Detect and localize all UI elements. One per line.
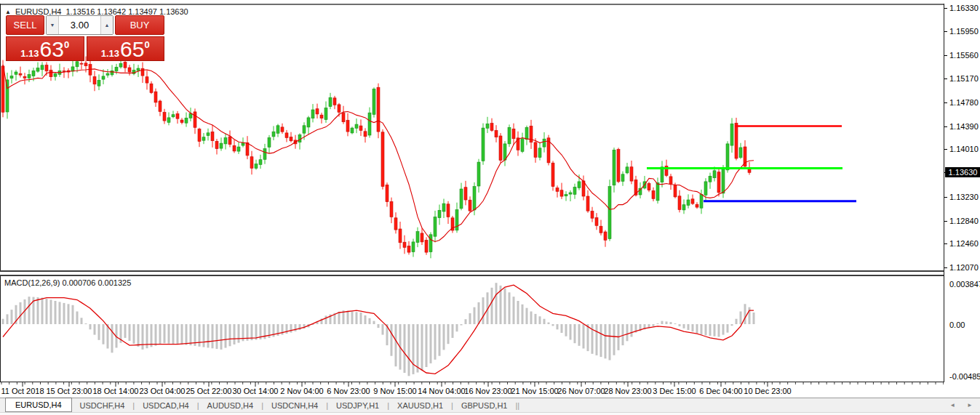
status-bar [0,412,980,415]
time-axis-label: 21 Nov 15:00 [511,387,558,395]
one-click-trading-panel: SELL ▼ 3.00 ▲ BUY 1.13 63 0 1.13 65 0 [6,15,164,61]
price-axis-tick [944,102,947,103]
time-axis-label: 2 Nov 04:00 [280,387,323,395]
price-axis-label: 1.14010 [949,145,979,153]
time-axis-label: 3 Dec 15:00 [653,387,696,395]
price-axis-tick [944,267,947,268]
volume-decrease-button[interactable]: ▼ [47,16,59,34]
symbol-tab-gbpusd[interactable]: GBPUSD,H1 [453,398,516,412]
symbol-tab-usdcad[interactable]: USDCAD,H4 [135,398,197,412]
time-axis-label: 11 Oct 2018 [1,387,44,395]
terminal-window: ▲ EURUSD,H4 1.13516 1.13642 1.13497 1.13… [0,0,980,415]
time-axis-label: 14 Nov 04:00 [418,387,465,395]
symbol-tab-eurusd[interactable]: EURUSD,H4 [5,398,72,412]
price-axis-label: 1.13230 [949,193,979,201]
price-axis-label: 1.15170 [949,74,979,83]
price-axis-tick [944,149,947,150]
macd-indicator-label: MACD(12,26,9) 0.000706 0.001325 [4,278,131,287]
price-axis-label: 1.16330 [949,4,979,12]
price-axis-tick [944,78,947,79]
price-axis-label: 1.12840 [949,217,979,225]
candles-layer [1,55,856,259]
time-axis-label: 25 Oct 22:00 [186,387,232,395]
price-axis: 1.163301.159501.155601.151701.147801.143… [944,4,980,382]
price-axis-tick [944,126,947,127]
time-axis-label: 6 Dec 04:00 [699,387,742,395]
sell-price-sup: 0 [64,39,69,50]
price-axis-tick [944,55,947,56]
price-axis-label: 1.15950 [949,27,979,36]
volume-stepper: ▼ 3.00 ▲ [46,15,113,35]
buy-price-main: 65 [120,40,144,59]
macd-chart-canvas[interactable] [0,275,944,382]
symbol-tab-xauusd[interactable]: XAUUSD,H1 [389,398,451,412]
price-axis-label: 1.12070 [949,263,979,272]
buy-price-sup: 0 [144,39,149,50]
price-axis-tick [944,197,947,198]
time-axis-label: 10 Dec 23:00 [744,387,791,395]
symbol-tab-bar: EURUSD,H4USDCHF,H4|USDCAD,H4|AUDUSD,H4|U… [0,398,980,412]
symbol-tab-usdcnh[interactable]: USDCNH,H4 [263,398,326,412]
volume-input[interactable]: 3.00 [59,16,100,34]
price-axis-label: 1.14390 [949,122,979,131]
chevron-down-icon: ▼ [50,23,55,28]
buy-price-tile[interactable]: 1.13 65 0 [87,36,165,61]
price-axis-tick [944,8,947,9]
symbol-tab-usdchf[interactable]: USDCHF,H4 [72,398,133,412]
macd-histogram [2,283,755,376]
time-axis: 11 Oct 201815 Oct 23:0018 Oct 14:0023 Oc… [0,382,980,397]
time-axis-label: 23 Oct 04:00 [140,387,186,395]
time-axis-label: 18 Oct 14:00 [93,387,139,395]
tab-scroll-controls: ◄ ► [949,398,973,412]
sell-price-main: 63 [40,40,64,59]
tab-scroll-left-icon[interactable]: ◄ [949,402,955,408]
symbol-tab-usdjpy[interactable]: USDJPY,H1 [328,398,387,412]
macd-axis-label: 0.003847 [949,280,980,289]
current-price-tag: 1.13630 [945,167,980,177]
volume-increase-button[interactable]: ▲ [100,16,113,34]
time-axis-label: 6 Nov 23:00 [327,387,370,395]
buy-button[interactable]: BUY [115,15,164,35]
tab-separator: | [517,398,519,412]
time-axis-label: 26 Nov 07:00 [557,387,605,395]
buy-price-prefix: 1.13 [101,48,119,59]
sell-price-prefix: 1.13 [20,48,39,59]
chevron-up-icon: ▲ [105,23,110,28]
macd-axis-label: 0.00 [949,321,965,329]
price-axis-label: 1.14780 [949,98,979,107]
time-axis-label: 15 Oct 23:00 [47,387,92,395]
price-axis-tick [944,221,947,222]
symbol-tab-audusd[interactable]: AUDUSD,H4 [199,398,262,412]
sell-button[interactable]: SELL [6,15,44,35]
tab-scroll-right-icon[interactable]: ► [967,402,973,408]
time-axis-label: 9 Nov 15:00 [373,387,416,395]
time-axis-label: 30 Oct 14:00 [233,387,279,395]
price-axis-tick [944,31,947,32]
sell-price-tile[interactable]: 1.13 63 0 [6,36,84,61]
price-axis-tick [944,243,947,244]
macd-axis-label: -0.004856 [949,372,980,381]
price-axis-label: 1.15560 [949,51,979,60]
price-axis-label: 1.12460 [949,239,979,248]
time-axis-label: 28 Nov 23:00 [604,387,651,395]
symbol-marker-icon: ▲ [5,9,11,15]
time-axis-label: 16 Nov 23:00 [464,387,511,395]
